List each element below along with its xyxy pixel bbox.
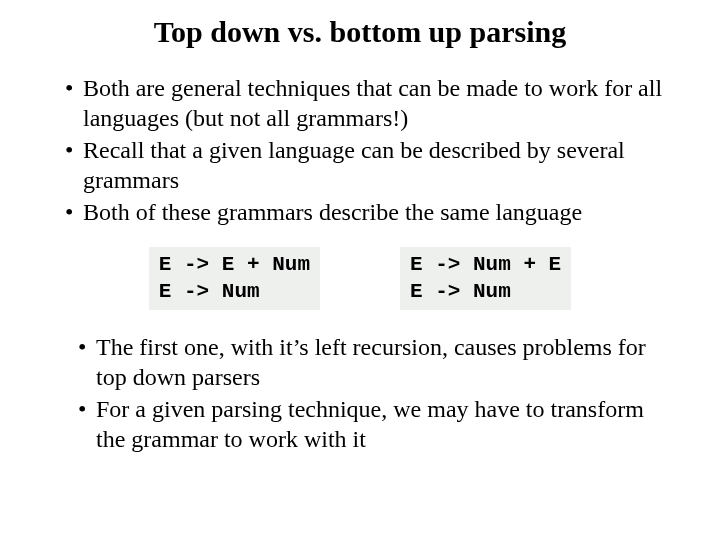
bullet-item: The first one, with it’s left recursion,… [78,332,670,392]
grammar-left: E -> E + Num E -> Num [149,247,320,310]
bullet-item: For a given parsing technique, we may ha… [78,394,670,454]
grammar-right: E -> Num + E E -> Num [400,247,571,310]
slide-title: Top down vs. bottom up parsing [100,15,620,49]
bullet-item: Both are general techniques that can be … [65,73,670,133]
top-bullet-list: Both are general techniques that can be … [40,73,680,227]
grammar-row: E -> E + Num E -> Num E -> Num + E E -> … [40,247,680,310]
bottom-bullet-list: The first one, with it’s left recursion,… [40,332,680,454]
bullet-item: Recall that a given language can be desc… [65,135,670,195]
slide: Top down vs. bottom up parsing Both are … [0,0,720,476]
bullet-item: Both of these grammars describe the same… [65,197,670,227]
